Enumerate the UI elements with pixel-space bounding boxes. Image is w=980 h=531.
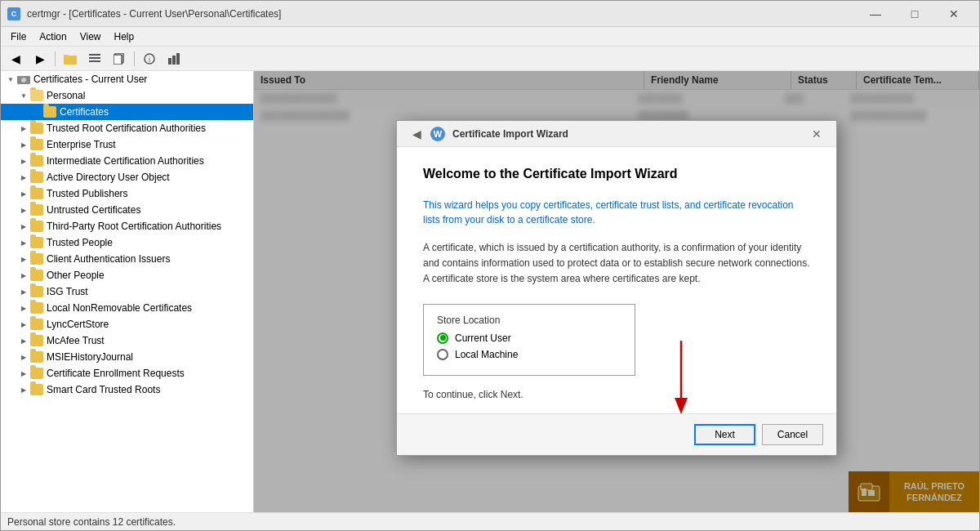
tree-arrow-msie: ▶ xyxy=(17,350,30,364)
tree-label-other-people: Other People xyxy=(47,270,105,281)
folder-icon-local-non xyxy=(30,302,43,314)
tree-label-personal: Personal xyxy=(47,90,85,101)
tree-item-msie[interactable]: ▶ MSIEHistoryJournal xyxy=(1,349,253,365)
dialog-heading: Welcome to the Certificate Import Wizard xyxy=(423,167,810,181)
menu-file[interactable]: File xyxy=(4,29,33,44)
tree-item-smart-card[interactable]: ▶ Smart Card Trusted Roots xyxy=(1,382,253,398)
folder-icon-isg xyxy=(30,286,43,297)
window-title: certmgr - [Certificates - Current User\P… xyxy=(27,8,857,20)
tree-item-lync[interactable]: ▶ LyncCertStore xyxy=(1,316,253,332)
tree-arrow-trusted-pub: ▶ xyxy=(17,187,30,200)
app-icon: C xyxy=(7,7,20,20)
tree-item-trusted-people[interactable]: ▶ Trusted People xyxy=(1,234,253,251)
tree-root[interactable]: ▼ Certificates - Current User xyxy=(1,71,253,87)
next-button[interactable]: Next xyxy=(694,424,755,445)
folder-icon-trusted-people xyxy=(30,237,43,248)
dialog-title-text: Certificate Import Wizard xyxy=(452,128,807,140)
tree-arrow-certificates xyxy=(30,105,43,118)
tree-item-client-auth[interactable]: ▶ Client Authentication Issuers xyxy=(1,251,253,267)
tree-item-certificates[interactable]: Certificates xyxy=(1,104,253,120)
dialog-back-button[interactable]: ◀ xyxy=(407,124,426,144)
tree-label-cert-enroll: Certificate Enrollment Requests xyxy=(47,368,185,379)
toolbar-folder[interactable] xyxy=(59,49,82,69)
tree-arrow-root: ▼ xyxy=(4,73,17,86)
toolbar-copy[interactable] xyxy=(108,49,131,69)
tree-item-third-party[interactable]: ▶ Third-Party Root Certification Authori… xyxy=(1,218,253,234)
toolbar-list[interactable] xyxy=(83,49,106,69)
tree-label-client-auth: Client Authentication Issuers xyxy=(47,253,170,265)
folder-icon-msie xyxy=(30,351,43,363)
tree-item-local-non[interactable]: ▶ Local NonRemovable Certificates xyxy=(1,300,253,316)
svg-rect-4 xyxy=(89,60,100,62)
tree-label-trusted-pub: Trusted Publishers xyxy=(47,188,128,199)
menu-view[interactable]: View xyxy=(74,29,108,44)
tree-label-isg: ISG Trust xyxy=(47,286,88,297)
tree-item-trusted-root[interactable]: ▶ Trusted Root Certification Authorities xyxy=(1,120,253,136)
cancel-button[interactable]: Cancel xyxy=(762,424,823,445)
tree-arrow-third-party: ▶ xyxy=(17,220,30,233)
folder-icon-third-party xyxy=(30,221,43,232)
tree-arrow-other-people: ▶ xyxy=(17,269,30,282)
tree-arrow-lync: ▶ xyxy=(17,318,30,331)
close-window-button[interactable]: ✕ xyxy=(935,1,973,27)
tree-arrow-trusted-root: ▶ xyxy=(17,122,30,135)
tree-item-other-people[interactable]: ▶ Other People xyxy=(1,267,253,283)
radio-current-user-label: Current User xyxy=(455,332,511,344)
tree-arrow-mcafee: ▶ xyxy=(17,334,30,347)
tree-arrow-enterprise: ▶ xyxy=(17,138,30,151)
tree-label-mcafee: McAfee Trust xyxy=(47,335,105,346)
folder-icon-trusted-pub xyxy=(30,188,43,199)
radio-local-machine[interactable]: Local Machine xyxy=(437,349,621,360)
svg-rect-1 xyxy=(64,55,69,57)
tree-arrow-client-auth: ▶ xyxy=(17,252,30,266)
toolbar-forward[interactable]: ▶ xyxy=(29,49,51,69)
tree-item-cert-enroll[interactable]: ▶ Certificate Enrollment Requests xyxy=(1,365,253,382)
window-controls: — □ ✕ xyxy=(857,1,973,27)
tree-arrow-local-non: ▶ xyxy=(17,301,30,315)
tree-panel: ▼ Certificates - Current User ▼ Personal… xyxy=(1,71,254,512)
maximize-button[interactable]: □ xyxy=(896,1,933,27)
tree-item-enterprise[interactable]: ▶ Enterprise Trust xyxy=(1,136,253,153)
tree-arrow-trusted-people: ▶ xyxy=(17,236,30,249)
tree-item-ad-user[interactable]: ▶ Active Directory User Object xyxy=(1,169,253,185)
minimize-button[interactable]: — xyxy=(857,1,894,27)
folder-icon-cert-enroll xyxy=(30,368,43,379)
toolbar-back[interactable]: ◀ xyxy=(4,49,27,69)
dialog-title-bar: ◀ W Certificate Import Wizard ✕ xyxy=(397,121,836,147)
radio-current-user[interactable]: Current User xyxy=(437,332,621,344)
svg-rect-10 xyxy=(172,56,176,65)
tree-arrow-ad-user: ▶ xyxy=(17,171,30,184)
dialog: ◀ W Certificate Import Wizard ✕ Welcome … xyxy=(396,120,837,456)
modal-overlay: ◀ W Certificate Import Wizard ✕ Welcome … xyxy=(254,71,979,512)
tree-label-third-party: Third-Party Root Certification Authoriti… xyxy=(47,221,221,232)
tree-label-local-non: Local NonRemovable Certificates xyxy=(47,302,192,314)
svg-rect-6 xyxy=(114,55,122,65)
tree-item-isg[interactable]: ▶ ISG Trust xyxy=(1,283,253,300)
svg-rect-2 xyxy=(89,54,100,56)
tree-label-msie: MSIEHistoryJournal xyxy=(47,351,133,363)
tree-label-enterprise: Enterprise Trust xyxy=(47,139,116,150)
tree-item-personal[interactable]: ▼ Personal xyxy=(1,87,253,104)
menu-help[interactable]: Help xyxy=(108,29,141,44)
radio-local-machine-input[interactable] xyxy=(437,349,448,360)
tree-item-trusted-pub[interactable]: ▶ Trusted Publishers xyxy=(1,185,253,202)
radio-local-machine-label: Local Machine xyxy=(455,349,518,360)
tree-label-intermediate: Intermediate Certification Authorities xyxy=(47,155,204,167)
store-location-label: Store Location xyxy=(437,315,621,326)
dialog-close-button[interactable]: ✕ xyxy=(807,124,826,144)
dialog-wizard-icon: W xyxy=(430,126,446,142)
tree-label-lync: LyncCertStore xyxy=(47,319,109,330)
folder-icon-untrusted xyxy=(30,204,43,216)
svg-rect-9 xyxy=(168,58,172,65)
tree-item-intermediate[interactable]: ▶ Intermediate Certification Authorities xyxy=(1,153,253,169)
tree-root-label: Certificates - Current User xyxy=(33,74,147,85)
folder-icon-trusted-root xyxy=(30,123,43,134)
tree-item-untrusted[interactable]: ▶ Untrusted Certificates xyxy=(1,202,253,218)
title-bar: C certmgr - [Certificates - Current User… xyxy=(1,1,979,27)
tree-arrow-intermediate: ▶ xyxy=(17,154,30,167)
tree-item-mcafee[interactable]: ▶ McAfee Trust xyxy=(1,332,253,349)
menu-action[interactable]: Action xyxy=(33,29,73,44)
toolbar-chart[interactable] xyxy=(163,49,185,69)
toolbar-info[interactable]: i xyxy=(138,49,161,69)
radio-current-user-input[interactable] xyxy=(437,332,448,344)
